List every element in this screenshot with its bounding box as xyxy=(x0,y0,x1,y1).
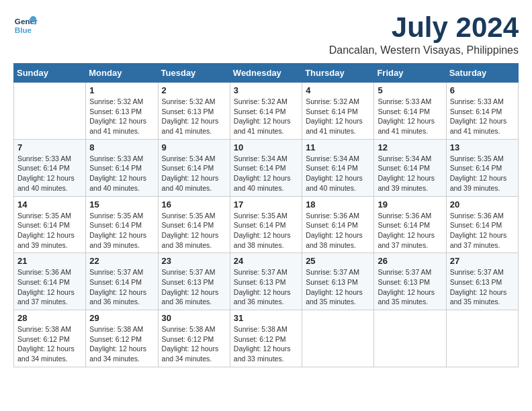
location-title: Dancalan, Western Visayas, Philippines xyxy=(329,44,519,56)
calendar-cell: 9 Sunrise: 5:34 AMSunset: 6:14 PMDayligh… xyxy=(158,139,230,196)
cell-info: Sunrise: 5:38 AMSunset: 6:12 PMDaylight:… xyxy=(89,325,146,363)
day-number: 21 xyxy=(17,256,82,266)
header-tuesday: Tuesday xyxy=(158,64,230,83)
day-number: 2 xyxy=(162,85,226,95)
cell-info: Sunrise: 5:37 AMSunset: 6:13 PMDaylight:… xyxy=(378,268,435,306)
header-thursday: Thursday xyxy=(302,64,374,83)
cell-info: Sunrise: 5:33 AMSunset: 6:14 PMDaylight:… xyxy=(17,154,75,192)
cell-info: Sunrise: 5:38 AMSunset: 6:12 PMDaylight:… xyxy=(17,325,75,363)
calendar-cell: 29 Sunrise: 5:38 AMSunset: 6:12 PMDaylig… xyxy=(86,310,158,367)
calendar-week-row: 14 Sunrise: 5:35 AMSunset: 6:14 PMDaylig… xyxy=(14,196,519,253)
day-number: 12 xyxy=(378,142,442,152)
cell-info: Sunrise: 5:37 AMSunset: 6:13 PMDaylight:… xyxy=(162,268,219,306)
day-number: 30 xyxy=(162,313,226,323)
calendar-cell: 17 Sunrise: 5:35 AMSunset: 6:14 PMDaylig… xyxy=(230,196,302,253)
cell-info: Sunrise: 5:35 AMSunset: 6:14 PMDaylight:… xyxy=(162,212,219,249)
calendar-week-row: 7 Sunrise: 5:33 AMSunset: 6:14 PMDayligh… xyxy=(14,139,519,196)
header-saturday: Saturday xyxy=(446,64,518,83)
cell-info: Sunrise: 5:37 AMSunset: 6:13 PMDaylight:… xyxy=(450,268,507,306)
month-title: July 2024 xyxy=(329,13,519,42)
day-number: 10 xyxy=(234,142,298,152)
logo: General Blue xyxy=(13,13,38,38)
day-number: 23 xyxy=(162,256,226,266)
cell-info: Sunrise: 5:38 AMSunset: 6:12 PMDaylight:… xyxy=(234,325,291,363)
day-number: 29 xyxy=(89,313,154,323)
cell-info: Sunrise: 5:37 AMSunset: 6:13 PMDaylight:… xyxy=(306,268,363,306)
day-number: 9 xyxy=(162,142,226,152)
cell-info: Sunrise: 5:32 AMSunset: 6:14 PMDaylight:… xyxy=(234,97,291,135)
day-number: 24 xyxy=(234,256,298,266)
calendar-cell: 19 Sunrise: 5:36 AMSunset: 6:14 PMDaylig… xyxy=(374,196,446,253)
cell-info: Sunrise: 5:32 AMSunset: 6:14 PMDaylight:… xyxy=(306,97,363,135)
cell-info: Sunrise: 5:32 AMSunset: 6:13 PMDaylight:… xyxy=(162,97,219,135)
day-number: 31 xyxy=(234,313,298,323)
cell-info: Sunrise: 5:35 AMSunset: 6:14 PMDaylight:… xyxy=(17,212,75,249)
calendar-cell: 21 Sunrise: 5:36 AMSunset: 6:14 PMDaylig… xyxy=(14,253,86,310)
day-number: 5 xyxy=(378,85,442,95)
cell-info: Sunrise: 5:35 AMSunset: 6:14 PMDaylight:… xyxy=(89,212,146,249)
calendar-cell: 13 Sunrise: 5:35 AMSunset: 6:14 PMDaylig… xyxy=(446,139,518,196)
title-section: July 2024 Dancalan, Western Visayas, Phi… xyxy=(329,13,519,56)
calendar-cell: 27 Sunrise: 5:37 AMSunset: 6:13 PMDaylig… xyxy=(446,253,518,310)
calendar-cell: 3 Sunrise: 5:32 AMSunset: 6:14 PMDayligh… xyxy=(230,83,302,140)
calendar-week-row: 1 Sunrise: 5:32 AMSunset: 6:13 PMDayligh… xyxy=(14,83,519,140)
cell-info: Sunrise: 5:36 AMSunset: 6:14 PMDaylight:… xyxy=(306,212,363,249)
day-number: 17 xyxy=(234,199,298,210)
day-number: 14 xyxy=(17,199,82,210)
calendar-cell: 22 Sunrise: 5:37 AMSunset: 6:14 PMDaylig… xyxy=(86,253,158,310)
cell-info: Sunrise: 5:34 AMSunset: 6:14 PMDaylight:… xyxy=(162,154,219,192)
calendar-cell xyxy=(14,83,86,140)
cell-info: Sunrise: 5:33 AMSunset: 6:14 PMDaylight:… xyxy=(89,154,146,192)
calendar-cell: 6 Sunrise: 5:33 AMSunset: 6:14 PMDayligh… xyxy=(446,83,518,140)
calendar-cell: 14 Sunrise: 5:35 AMSunset: 6:14 PMDaylig… xyxy=(14,196,86,253)
day-number: 18 xyxy=(306,199,370,210)
calendar-cell: 5 Sunrise: 5:33 AMSunset: 6:14 PMDayligh… xyxy=(374,83,446,140)
header-sunday: Sunday xyxy=(14,64,86,83)
calendar-week-row: 28 Sunrise: 5:38 AMSunset: 6:12 PMDaylig… xyxy=(14,310,519,367)
day-number: 19 xyxy=(378,199,442,210)
calendar-cell: 4 Sunrise: 5:32 AMSunset: 6:14 PMDayligh… xyxy=(302,83,374,140)
calendar-header-row: SundayMondayTuesdayWednesdayThursdayFrid… xyxy=(14,64,519,83)
calendar-cell: 16 Sunrise: 5:35 AMSunset: 6:14 PMDaylig… xyxy=(158,196,230,253)
calendar-cell: 12 Sunrise: 5:34 AMSunset: 6:14 PMDaylig… xyxy=(374,139,446,196)
calendar-table: SundayMondayTuesdayWednesdayThursdayFrid… xyxy=(13,63,519,367)
cell-info: Sunrise: 5:37 AMSunset: 6:14 PMDaylight:… xyxy=(89,268,146,306)
day-number: 22 xyxy=(89,256,154,266)
day-number: 4 xyxy=(306,85,370,95)
calendar-cell: 31 Sunrise: 5:38 AMSunset: 6:12 PMDaylig… xyxy=(230,310,302,367)
day-number: 3 xyxy=(234,85,298,95)
calendar-cell: 15 Sunrise: 5:35 AMSunset: 6:14 PMDaylig… xyxy=(86,196,158,253)
day-number: 13 xyxy=(450,142,515,152)
cell-info: Sunrise: 5:35 AMSunset: 6:14 PMDaylight:… xyxy=(234,212,291,249)
day-number: 11 xyxy=(306,142,370,152)
cell-info: Sunrise: 5:38 AMSunset: 6:12 PMDaylight:… xyxy=(162,325,219,363)
cell-info: Sunrise: 5:33 AMSunset: 6:14 PMDaylight:… xyxy=(450,97,507,135)
calendar-cell: 2 Sunrise: 5:32 AMSunset: 6:13 PMDayligh… xyxy=(158,83,230,140)
cell-info: Sunrise: 5:34 AMSunset: 6:14 PMDaylight:… xyxy=(234,154,291,192)
header-monday: Monday xyxy=(86,64,158,83)
day-number: 27 xyxy=(450,256,515,266)
svg-text:Blue: Blue xyxy=(15,26,32,34)
calendar-cell: 18 Sunrise: 5:36 AMSunset: 6:14 PMDaylig… xyxy=(302,196,374,253)
calendar-cell: 24 Sunrise: 5:37 AMSunset: 6:13 PMDaylig… xyxy=(230,253,302,310)
logo-icon: General Blue xyxy=(13,13,38,38)
page-header: General Blue July 2024 Dancalan, Western… xyxy=(13,13,519,56)
header-friday: Friday xyxy=(374,64,446,83)
calendar-cell: 1 Sunrise: 5:32 AMSunset: 6:13 PMDayligh… xyxy=(86,83,158,140)
calendar-cell: 23 Sunrise: 5:37 AMSunset: 6:13 PMDaylig… xyxy=(158,253,230,310)
day-number: 26 xyxy=(378,256,442,266)
day-number: 8 xyxy=(89,142,154,152)
day-number: 20 xyxy=(450,199,515,210)
cell-info: Sunrise: 5:37 AMSunset: 6:13 PMDaylight:… xyxy=(234,268,291,306)
cell-info: Sunrise: 5:36 AMSunset: 6:14 PMDaylight:… xyxy=(378,212,435,249)
cell-info: Sunrise: 5:35 AMSunset: 6:14 PMDaylight:… xyxy=(450,154,507,192)
header-wednesday: Wednesday xyxy=(230,64,302,83)
calendar-cell: 25 Sunrise: 5:37 AMSunset: 6:13 PMDaylig… xyxy=(302,253,374,310)
day-number: 6 xyxy=(450,85,515,95)
calendar-cell: 7 Sunrise: 5:33 AMSunset: 6:14 PMDayligh… xyxy=(14,139,86,196)
cell-info: Sunrise: 5:32 AMSunset: 6:13 PMDaylight:… xyxy=(89,97,146,135)
calendar-cell xyxy=(446,310,518,367)
day-number: 1 xyxy=(89,85,154,95)
cell-info: Sunrise: 5:34 AMSunset: 6:14 PMDaylight:… xyxy=(378,154,435,192)
calendar-cell: 10 Sunrise: 5:34 AMSunset: 6:14 PMDaylig… xyxy=(230,139,302,196)
